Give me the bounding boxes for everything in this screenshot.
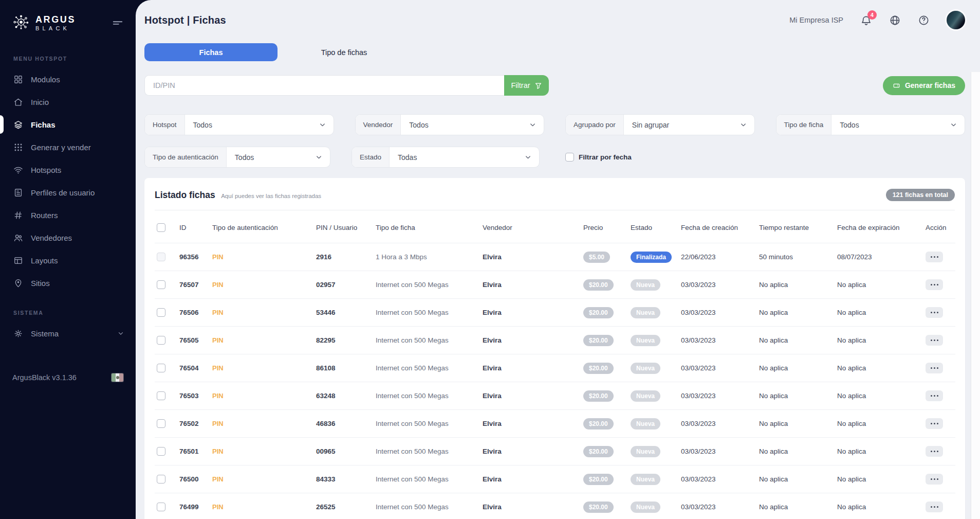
row-checkbox[interactable]: [157, 419, 165, 428]
cell-pin: 26525: [314, 493, 374, 519]
cell-estado: Nueva: [628, 382, 679, 410]
select-all-checkbox[interactable]: [157, 223, 165, 232]
sidebar-item-label: Inicio: [31, 98, 49, 106]
sidebar-item-sitios[interactable]: Sitios: [0, 272, 136, 294]
cell-expires: No aplica: [835, 327, 923, 354]
company-name[interactable]: Mi Empresa ISP: [789, 16, 843, 24]
cell-ficha-type: Internet con 500 Megas: [374, 271, 480, 299]
cell-ficha-type: 1 Hora a 3 Mbps: [374, 243, 480, 271]
row-checkbox[interactable]: [157, 336, 165, 345]
language-flag-icon[interactable]: [112, 373, 123, 382]
row-checkbox[interactable]: [157, 475, 165, 484]
tab-fichas[interactable]: Fichas: [144, 43, 278, 61]
cell-created: 03/03/2023: [679, 299, 757, 327]
main-content: Hotspot | Fichas Mi Empresa ISP 4: [136, 0, 980, 519]
col-header-action: Acción: [923, 210, 955, 243]
help-icon[interactable]: [918, 14, 930, 26]
table-row: 76505PIN82295Internet con 500 MegasElvir…: [155, 327, 955, 354]
sidebar-item-modulos[interactable]: Modulos: [0, 68, 136, 91]
row-checkbox[interactable]: [157, 447, 165, 456]
menu-toggle-icon[interactable]: [112, 17, 123, 29]
user-profile-icon: [13, 188, 23, 198]
cell-pin: 2916: [314, 243, 374, 271]
tab-tipo-de-fichas[interactable]: Tipo de fichas: [278, 43, 411, 61]
home-icon: [13, 97, 23, 107]
sidebar-item-sistema[interactable]: Sistema: [0, 322, 136, 345]
filter-tipo-de-ficha[interactable]: Tipo de ficha Todos: [776, 114, 966, 135]
row-actions-button[interactable]: [926, 252, 943, 262]
sidebar-item-routers[interactable]: Routers: [0, 204, 136, 226]
cell-remaining: No aplica: [757, 493, 835, 519]
row-actions-button[interactable]: [926, 390, 943, 401]
row-actions-button[interactable]: [926, 279, 943, 290]
filter-hotspot[interactable]: Hotspot Todos: [144, 114, 334, 135]
cell-ficha-type: Internet con 500 Megas: [374, 410, 480, 438]
sidebar-item-label: Layouts: [31, 256, 58, 265]
cell-pin: 63248: [314, 382, 374, 410]
cell-auth-type: PIN: [210, 271, 314, 299]
cell-pin: 53446: [314, 299, 374, 327]
filter-vendedor[interactable]: Vendedor Todos: [355, 114, 545, 135]
sidebar-item-vendedores[interactable]: Vendedores: [0, 226, 136, 249]
row-checkbox[interactable]: [157, 364, 165, 372]
table-row: 76504PIN86108Internet con 500 MegasElvir…: [155, 354, 955, 382]
row-checkbox[interactable]: [157, 253, 165, 261]
row-checkbox[interactable]: [157, 503, 165, 511]
row-actions-button[interactable]: [926, 335, 943, 346]
col-header-vendor: Vendedor: [480, 210, 581, 243]
cell-created: 03/03/2023: [679, 354, 757, 382]
row-checkbox[interactable]: [157, 391, 165, 400]
sidebar-item-fichas[interactable]: Fichas: [0, 113, 136, 136]
search-input[interactable]: [144, 75, 504, 96]
sidebar-item-perfiles-de-usuario[interactable]: Perfiles de usuario: [0, 181, 136, 204]
table-row: 76503PIN63248Internet con 500 MegasElvir…: [155, 382, 955, 410]
filter-button[interactable]: Filtrar: [504, 75, 549, 96]
cell-auth-type: PIN: [210, 410, 314, 438]
notification-badge: 4: [867, 10, 877, 20]
cell-vendor: Elvira: [480, 493, 581, 519]
row-actions-button[interactable]: [926, 474, 943, 485]
sidebar-item-hotspots[interactable]: Hotspots: [0, 158, 136, 181]
row-checkbox[interactable]: [157, 308, 165, 317]
filter-agrupado-por[interactable]: Agrupado por Sin agrupar: [565, 114, 755, 135]
row-actions-button[interactable]: [926, 446, 943, 457]
cell-auth-type: PIN: [210, 243, 314, 271]
cell-estado: Nueva: [628, 410, 679, 438]
sidebar-item-inicio[interactable]: Inicio: [0, 91, 136, 113]
cell-created: 03/03/2023: [679, 493, 757, 519]
generate-fichas-button[interactable]: Generar fichas: [883, 76, 965, 95]
cell-ficha-type: Internet con 500 Megas: [374, 382, 480, 410]
row-actions-button[interactable]: [926, 307, 943, 318]
filter-estado[interactable]: Estado Todas: [352, 147, 540, 168]
chevron-down-icon: [950, 121, 957, 129]
cell-id: 76500: [177, 466, 210, 493]
cell-action: [923, 243, 955, 271]
filter-by-date-checkbox[interactable]: Filtrar por fecha: [565, 153, 632, 162]
filter-tipo-de-autenticacion[interactable]: Tipo de autenticación Todos: [144, 147, 330, 168]
notifications-bell-icon[interactable]: 4: [860, 14, 872, 26]
sidebar-item-label: Hotspots: [31, 166, 61, 174]
row-actions-button[interactable]: [926, 363, 943, 373]
table-header-row: ID Tipo de autenticación PIN / Usuario T…: [155, 210, 955, 243]
scrollbar[interactable]: [971, 72, 980, 519]
cell-auth-type: PIN: [210, 299, 314, 327]
users-icon: [13, 233, 23, 243]
user-avatar[interactable]: [947, 11, 965, 29]
row-actions-button[interactable]: [926, 418, 943, 429]
globe-icon[interactable]: [889, 14, 901, 26]
row-actions-button[interactable]: [926, 502, 943, 512]
cell-remaining: No aplica: [757, 438, 835, 466]
sidebar-item-generar-y-vender[interactable]: Generar y vender: [0, 136, 136, 158]
cell-price: $20.00: [581, 382, 628, 410]
ticket-icon: [893, 82, 900, 90]
row-checkbox[interactable]: [157, 280, 165, 289]
argus-black-logo[interactable]: ARGUS BLACK: [11, 12, 76, 34]
filter-by-date-checkbox-input[interactable]: [565, 153, 574, 162]
cell-action: [923, 466, 955, 493]
cell-created: 03/03/2023: [679, 466, 757, 493]
col-header-pin: PIN / Usuario: [314, 210, 374, 243]
cell-action: [923, 493, 955, 519]
sidebar-item-layouts[interactable]: Layouts: [0, 249, 136, 272]
table-row: 96356PIN29161 Hora a 3 MbpsElvira$5.00Fi…: [155, 243, 955, 271]
cell-price: $20.00: [581, 354, 628, 382]
